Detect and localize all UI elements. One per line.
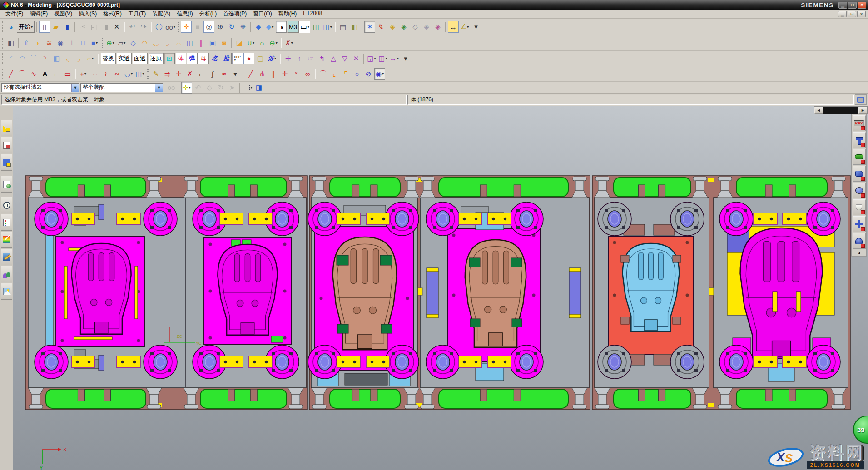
quick-pick-icon[interactable]: ◇ — [204, 82, 215, 94]
dropdown-caret-icon[interactable]: ▾ — [291, 41, 293, 45]
show-body-icon[interactable]: ▢ — [255, 53, 266, 64]
hide-body-icon[interactable]: ● — [243, 53, 254, 64]
part-cross-shaft-button[interactable] — [853, 216, 866, 232]
dropdown-caret-icon[interactable]: ▾ — [131, 72, 133, 76]
dome-icon[interactable]: ◠ — [139, 37, 150, 49]
m3-tool-button[interactable]: M3 — [287, 21, 299, 33]
hole-icon[interactable]: ◉ — [55, 37, 66, 49]
dropdown-caret-icon[interactable]: ▾ — [382, 72, 384, 76]
dropdown-caret-icon[interactable]: ▾ — [113, 41, 114, 45]
find-component-icon[interactable]: oo▾ — [165, 21, 176, 33]
fillet-trim-icon[interactable]: ⌞ — [329, 68, 340, 80]
maximize-view-button[interactable] — [855, 94, 867, 105]
replace-face-icon[interactable]: ↰ — [317, 53, 327, 64]
boss-icon[interactable]: ⊥ — [66, 37, 77, 49]
prism-icon[interactable]: ◇ — [128, 37, 139, 49]
interference-button[interactable]: 涉▾ — [266, 53, 278, 64]
render-style-icon[interactable]: ◑ — [276, 21, 287, 33]
copy-tool-icon[interactable]: CDPY — [232, 53, 243, 64]
rectangle-icon[interactable]: ▭ — [62, 68, 73, 80]
part-green-cylinder-button[interactable] — [853, 149, 866, 165]
arrow-select-icon[interactable]: ➤ — [227, 82, 238, 94]
intersection-curve-icon[interactable]: ◡▾ — [123, 68, 134, 80]
body-button[interactable]: 体 — [175, 53, 186, 64]
csys-orient-icon[interactable]: ✶ — [364, 21, 375, 33]
project-curve-icon[interactable]: ◫▾ — [134, 68, 145, 80]
cut-icon[interactable]: ✂ — [77, 21, 88, 33]
open-file-icon[interactable]: ▰ — [50, 21, 61, 33]
replace-button[interactable]: 替换 — [100, 53, 116, 64]
menu-item-3[interactable]: 插入(S) — [75, 10, 100, 18]
corner-curve-icon[interactable]: ⌐ — [196, 68, 207, 80]
resize-dim-icon[interactable]: ↔▾ — [389, 53, 400, 64]
pattern-curve-icon[interactable]: ≀ — [100, 68, 111, 80]
row4-overflow-icon[interactable]: ▾ — [230, 68, 241, 80]
join-icon[interactable]: ▣ — [207, 37, 218, 49]
zoom-in-out-icon[interactable]: ⊕ — [215, 21, 226, 33]
orbit-select-icon[interactable]: ↻ — [215, 82, 226, 94]
tab-constraint-navigator[interactable] — [1, 137, 12, 153]
cad-canvas[interactable]: ZCYCXY — [13, 106, 868, 470]
edit-curve-icon[interactable]: ⇉ — [162, 68, 173, 80]
dropdown-caret-icon[interactable]: ▾ — [124, 41, 125, 45]
curve-mesh-icon[interactable]: ⌒ — [28, 53, 39, 64]
key-diamond-icon[interactable]: ◈ — [387, 21, 398, 33]
center-button[interactable]: 母 — [198, 53, 209, 64]
layer-view-icon[interactable]: ◧ — [349, 21, 360, 33]
menu-item-4[interactable]: 格式(R) — [100, 10, 125, 18]
subtract-icon[interactable]: ⊖▾ — [268, 37, 279, 49]
perpendicular-icon[interactable]: ✛ — [279, 68, 290, 80]
remove-face-icon[interactable]: ✕ — [351, 53, 362, 64]
stretch-curve-icon[interactable]: ʃ — [207, 68, 218, 80]
offset-curve-icon[interactable]: ∽ — [89, 68, 100, 80]
sweep-icon[interactable]: ≋ — [44, 37, 55, 49]
datum-plane-icon[interactable]: ⊕▾ — [105, 37, 116, 49]
batch-button[interactable]: 批 — [221, 53, 232, 64]
dropdown-caret-icon[interactable]: ▾ — [96, 41, 98, 45]
undo-selection-icon[interactable]: ↶ — [193, 82, 203, 94]
block-icon[interactable]: ■▾ — [89, 37, 100, 49]
mdi-close-button[interactable]: ✕ — [857, 11, 866, 17]
zoom-loupe-icon[interactable]: ◎ — [203, 21, 214, 33]
shaded-view-icon[interactable]: ◆▾ — [264, 21, 275, 33]
dropdown-caret-icon[interactable]: ▾ — [272, 25, 273, 29]
dropdown-caret-icon[interactable]: ▾ — [386, 56, 387, 60]
menu-item-1[interactable]: 编辑(E) — [26, 10, 51, 18]
circle-point-icon[interactable]: ° — [291, 68, 302, 80]
section-surface-icon[interactable]: ◧ — [51, 53, 62, 64]
information-icon[interactable]: ⓘ — [154, 21, 164, 33]
toolbar-grip[interactable] — [2, 53, 4, 64]
mirror-diamond-icon[interactable]: ◈ — [432, 21, 443, 33]
nx-logo-icon[interactable]: ◕ — [5, 21, 16, 33]
csys-dynamic-icon[interactable]: ↯ — [376, 21, 387, 33]
selection-filter-combo[interactable]: 没有选择过滤器 ▼ — [1, 83, 79, 92]
copy-face-icon[interactable]: ◱▾ — [366, 53, 377, 64]
circle-diameter-icon[interactable]: ⊘ — [363, 68, 374, 80]
two-circles-icon[interactable]: ∞ — [302, 68, 313, 80]
tab-reuse-library[interactable] — [1, 176, 12, 193]
offset-region-icon[interactable]: ☞ — [305, 53, 316, 64]
sheet-bend-icon[interactable]: ⌓ — [173, 37, 184, 49]
bend-icon[interactable]: ◡ — [150, 37, 161, 49]
intersect-icon[interactable]: ∩ — [257, 37, 268, 49]
scroll-right-icon[interactable]: ► — [858, 107, 867, 114]
step-surface-icon[interactable]: ⌐▾ — [85, 53, 96, 64]
arc-3pt-icon[interactable]: ⌒ — [317, 68, 328, 80]
rotate-view-icon[interactable]: ↻ — [226, 21, 237, 33]
clip-section-icon[interactable]: ◫ — [311, 21, 322, 33]
pull-face-icon[interactable]: ↑ — [294, 53, 305, 64]
tab-history[interactable] — [1, 197, 12, 213]
measure-distance-icon[interactable]: ↔ — [448, 21, 459, 33]
collapse-toolbar-icon[interactable]: ◂ — [858, 251, 860, 255]
mdi-minimize-button[interactable]: ▁ — [838, 11, 847, 17]
perspective-icon[interactable]: ◆ — [253, 21, 264, 33]
part-key-button[interactable]: KEY — [853, 115, 866, 131]
pan-view-icon[interactable]: ❖ — [238, 21, 248, 33]
close-button[interactable]: ✕ — [858, 2, 866, 9]
scroll-track[interactable] — [823, 107, 858, 114]
smooth-curve-icon[interactable]: ≈ — [218, 68, 229, 80]
dropdown-caret-icon[interactable]: ▾ — [467, 25, 469, 29]
chamfer-trim-icon[interactable]: ⌜ — [340, 68, 351, 80]
copy-icon[interactable]: ◱ — [89, 21, 99, 33]
trim-body-icon[interactable]: ◪ — [234, 37, 245, 49]
